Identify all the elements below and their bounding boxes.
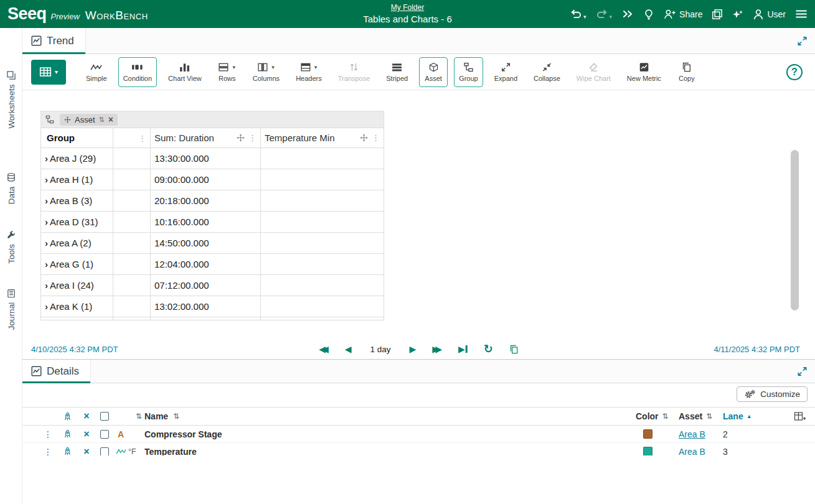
caret-down-icon[interactable]: ▾ xyxy=(583,14,587,20)
toolbar-button-striped[interactable]: Striped xyxy=(381,57,413,87)
grid-row[interactable]: ›Area G (1)12:04:00.000 xyxy=(41,254,384,275)
main-menu-button[interactable] xyxy=(795,9,808,19)
remove-all-icon[interactable]: × xyxy=(77,408,96,425)
column-header-group[interactable]: Group xyxy=(41,128,113,148)
caret-down-icon[interactable]: ▾ xyxy=(610,14,613,20)
tips-button[interactable] xyxy=(643,9,654,20)
column-header-temperature-min[interactable]: Temperature Min⋮ xyxy=(261,128,384,148)
toolbar-button-chart-view[interactable]: Chart View xyxy=(163,57,207,87)
expand-details-panel-icon[interactable] xyxy=(797,366,808,376)
column-header-duration[interactable]: Sum: Duration⋮ xyxy=(151,128,261,148)
toolbar-button-expand[interactable]: Expand xyxy=(489,57,522,87)
customize-button[interactable]: Customize xyxy=(737,386,808,402)
expand-group-icon[interactable]: › xyxy=(45,280,48,291)
range-end[interactable]: 4/11/2025 4:32 PM PDT xyxy=(714,345,800,354)
details-row[interactable]: ⋮×°FTemperatureArea B3 xyxy=(22,443,815,455)
sidebar-item-tools[interactable]: Tools xyxy=(7,230,16,264)
column-menu-icon[interactable]: ⋮ xyxy=(248,133,257,142)
toolbar-button-copy[interactable]: Copy xyxy=(672,57,701,87)
toolbar-button-group[interactable]: Group xyxy=(454,57,483,87)
rocket-icon[interactable] xyxy=(63,447,72,455)
grid-row[interactable]: ›Area B (3)20:18:00.000 xyxy=(41,190,384,212)
asset-column-header[interactable]: Asset xyxy=(679,411,702,421)
toolbar-button-collapse[interactable]: Collapse xyxy=(529,57,565,87)
row-menu-icon[interactable]: ⋮ xyxy=(39,426,57,442)
tab-details[interactable]: Details xyxy=(22,360,91,383)
toolbar-button-simple[interactable]: Simple xyxy=(81,57,112,87)
add-column-icon[interactable] xyxy=(794,411,806,421)
asset-link[interactable]: Area B xyxy=(679,429,705,439)
sort-icon[interactable]: ⇅ xyxy=(99,116,105,124)
grid-row[interactable]: ›Area I (24)07:12:00.000 xyxy=(41,275,384,296)
sort-icon[interactable]: ⇅ xyxy=(662,412,669,421)
remove-item-icon[interactable]: × xyxy=(77,426,96,442)
column-menu-icon[interactable]: ⋮ xyxy=(138,134,146,143)
details-row[interactable]: ⋮×ACompressor StageArea B2 xyxy=(22,426,815,443)
toolbar-button-new-metric[interactable]: New Metric xyxy=(622,57,666,87)
expand-group-icon[interactable]: › xyxy=(45,174,48,185)
color-swatch[interactable] xyxy=(643,429,652,439)
table-type-dropdown[interactable]: ▾ xyxy=(31,60,66,85)
tab-trend[interactable]: Trend xyxy=(22,28,86,54)
copy-range-icon[interactable] xyxy=(509,345,519,354)
expand-group-icon[interactable]: › xyxy=(45,217,48,227)
undo-button[interactable]: ▾ xyxy=(570,9,587,20)
grid-row[interactable]: ›Area D (31)10:16:00.000 xyxy=(41,212,384,233)
redo-button[interactable]: ▾ xyxy=(596,9,613,20)
sidebar-item-data[interactable]: Data xyxy=(7,173,16,205)
expand-group-icon[interactable]: › xyxy=(45,301,48,312)
column-menu-icon[interactable]: ⋮ xyxy=(372,133,380,142)
move-column-icon[interactable] xyxy=(237,134,245,142)
expand-group-icon[interactable]: › xyxy=(45,259,48,269)
row-menu-icon[interactable]: ⋮ xyxy=(39,443,57,455)
sort-icon[interactable]: ⇅ xyxy=(706,412,712,421)
refresh-icon[interactable]: ↻ xyxy=(484,343,493,355)
remove-chip-icon[interactable]: × xyxy=(108,115,113,124)
toolbar-button-headers[interactable]: ▾Headers xyxy=(291,57,327,87)
step-forward-full-icon[interactable]: ▶▶ xyxy=(432,345,442,353)
grid-row[interactable]: ›Area J (29)13:30:00.000 xyxy=(41,148,384,169)
toolbar-button-rows[interactable]: ▾Rows xyxy=(213,57,242,87)
select-all-checkbox[interactable] xyxy=(100,412,109,421)
grid-row[interactable]: ›Area K (1)13:02:00.000 xyxy=(41,296,384,317)
view-mode-button[interactable] xyxy=(712,9,723,20)
step-forward-half-icon[interactable]: ▶ xyxy=(410,345,417,353)
asset-link[interactable]: Area B xyxy=(679,447,705,456)
asset-group-chip[interactable]: Asset ⇅ × xyxy=(60,114,118,126)
expand-trend-panel-icon[interactable] xyxy=(797,35,808,46)
vertical-scrollbar[interactable] xyxy=(791,150,799,310)
toolbar-button-columns[interactable]: ▾Columns xyxy=(248,57,285,87)
move-column-icon[interactable] xyxy=(360,134,368,142)
row-checkbox[interactable] xyxy=(100,447,109,456)
sort-icon[interactable]: ⇅ xyxy=(173,412,179,421)
grid-row[interactable]: ›Area A (2)14:50:00.000 xyxy=(41,233,384,254)
sidebar-item-journal[interactable]: Journal xyxy=(7,289,16,330)
rocket-icon[interactable] xyxy=(63,429,72,439)
step-back-half-icon[interactable]: ◀ xyxy=(345,345,352,353)
toolbar-button-condition[interactable]: Condition xyxy=(118,57,157,87)
forward-button[interactable] xyxy=(621,9,634,19)
breadcrumb[interactable]: My Folder xyxy=(391,3,424,12)
step-to-now-icon[interactable]: ▶ xyxy=(458,345,468,353)
ai-assistant-button[interactable] xyxy=(732,9,743,20)
sort-icon[interactable]: ⇅ xyxy=(136,412,142,421)
seeq-logo[interactable]: Seeq Preview WorkBench xyxy=(7,6,148,22)
sidebar-item-worksheets[interactable]: Worksheets xyxy=(7,70,16,128)
range-start[interactable]: 4/10/2025 4:32 PM PDT xyxy=(31,345,118,354)
rocket-icon[interactable] xyxy=(63,412,72,421)
share-button[interactable]: Share xyxy=(664,9,702,19)
remove-item-icon[interactable]: × xyxy=(77,443,96,455)
expand-group-icon[interactable]: › xyxy=(45,238,48,248)
color-swatch[interactable] xyxy=(643,447,652,455)
help-button[interactable]: ? xyxy=(786,64,803,80)
name-column-header[interactable]: Name xyxy=(144,411,168,421)
color-column-header[interactable]: Color xyxy=(636,411,659,421)
duration-label[interactable]: 1 day xyxy=(370,345,391,354)
lane-column-header[interactable]: Lane xyxy=(723,411,743,421)
user-menu-button[interactable]: User xyxy=(753,9,786,20)
row-checkbox[interactable] xyxy=(100,430,109,439)
toolbar-button-asset[interactable]: Asset xyxy=(419,57,448,87)
step-back-full-icon[interactable]: ◀◀ xyxy=(319,345,329,353)
scrollbar-thumb[interactable] xyxy=(791,150,799,310)
grid-row[interactable]: ›Area H (1)09:00:00.000 xyxy=(41,169,384,190)
